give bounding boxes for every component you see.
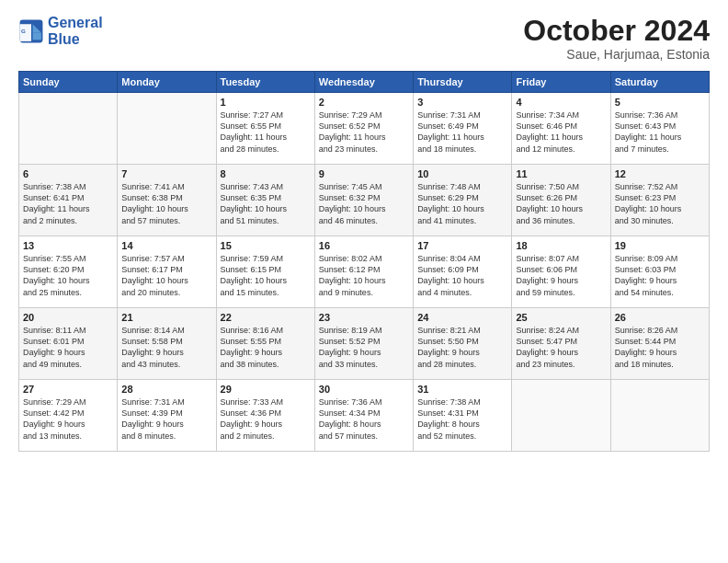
cell-info: Sunrise: 7:33 AM Sunset: 4:36 PM Dayligh… [221, 397, 284, 440]
calendar-cell: 6Sunrise: 7:38 AM Sunset: 6:41 PM Daylig… [19, 165, 118, 236]
calendar-body: 1Sunrise: 7:27 AM Sunset: 6:55 PM Daylig… [19, 93, 710, 452]
day-number: 8 [221, 168, 311, 179]
calendar-cell: 15Sunrise: 7:59 AM Sunset: 6:15 PM Dayli… [216, 236, 314, 308]
logo-text: General Blue [48, 15, 103, 49]
cell-info: Sunrise: 7:36 AM Sunset: 6:43 PM Dayligh… [615, 110, 682, 153]
day-number: 21 [121, 312, 211, 323]
day-number: 3 [417, 97, 507, 108]
day-number: 22 [221, 312, 311, 323]
cell-info: Sunrise: 7:31 AM Sunset: 4:39 PM Dayligh… [121, 397, 185, 440]
calendar-cell: 28Sunrise: 7:31 AM Sunset: 4:39 PM Dayli… [118, 380, 216, 452]
calendar-cell: 21Sunrise: 8:14 AM Sunset: 5:58 PM Dayli… [118, 308, 216, 380]
calendar-header: SundayMondayTuesdayWednesdayThursdayFrid… [19, 72, 710, 93]
cell-info: Sunrise: 7:45 AM Sunset: 6:32 PM Dayligh… [319, 182, 386, 224]
cell-info: Sunrise: 8:02 AM Sunset: 6:12 PM Dayligh… [319, 254, 386, 296]
title-area: October 2024 Saue, Harjumaa, Estonia [523, 15, 710, 62]
day-number: 5 [615, 97, 705, 108]
calendar-cell: 24Sunrise: 8:21 AM Sunset: 5:50 PM Dayli… [414, 308, 512, 380]
weekday-header: Sunday [19, 72, 118, 93]
calendar-cell: 26Sunrise: 8:26 AM Sunset: 5:44 PM Dayli… [610, 308, 709, 380]
day-number: 11 [516, 168, 606, 179]
day-number: 1 [221, 97, 311, 108]
svg-marker-2 [33, 33, 41, 40]
weekday-header: Wednesday [314, 72, 413, 93]
day-number: 15 [221, 240, 311, 251]
weekday-header: Tuesday [216, 72, 314, 93]
header-row: SundayMondayTuesdayWednesdayThursdayFrid… [19, 72, 710, 93]
cell-info: Sunrise: 8:11 AM Sunset: 6:01 PM Dayligh… [23, 326, 86, 368]
cell-info: Sunrise: 7:50 AM Sunset: 6:26 PM Dayligh… [516, 182, 583, 224]
cell-info: Sunrise: 7:29 AM Sunset: 6:52 PM Dayligh… [319, 110, 386, 153]
cell-info: Sunrise: 7:27 AM Sunset: 6:55 PM Dayligh… [221, 110, 288, 153]
calendar-table: SundayMondayTuesdayWednesdayThursdayFrid… [18, 71, 710, 452]
svg-text:G: G [21, 29, 26, 35]
page: G General Blue October 2024 Saue, Harjum… [0, 0, 728, 563]
calendar-cell: 7Sunrise: 7:41 AM Sunset: 6:38 PM Daylig… [118, 165, 216, 236]
day-number: 18 [516, 240, 606, 251]
cell-info: Sunrise: 7:55 AM Sunset: 6:20 PM Dayligh… [23, 254, 90, 296]
month-title: October 2024 [523, 15, 710, 47]
calendar-cell: 19Sunrise: 8:09 AM Sunset: 6:03 PM Dayli… [610, 236, 709, 308]
calendar-cell: 29Sunrise: 7:33 AM Sunset: 4:36 PM Dayli… [216, 380, 314, 452]
logo-icon: G [18, 18, 44, 44]
day-number: 9 [319, 168, 409, 179]
calendar-cell [118, 93, 216, 165]
day-number: 4 [516, 97, 606, 108]
calendar-cell: 27Sunrise: 7:29 AM Sunset: 4:42 PM Dayli… [19, 380, 118, 452]
weekday-header: Friday [512, 72, 610, 93]
day-number: 19 [615, 240, 705, 251]
calendar-cell: 4Sunrise: 7:34 AM Sunset: 6:46 PM Daylig… [512, 93, 610, 165]
day-number: 13 [23, 240, 113, 251]
cell-info: Sunrise: 8:21 AM Sunset: 5:50 PM Dayligh… [417, 326, 481, 368]
calendar-cell: 3Sunrise: 7:31 AM Sunset: 6:49 PM Daylig… [414, 93, 512, 165]
calendar-cell: 8Sunrise: 7:43 AM Sunset: 6:35 PM Daylig… [216, 165, 314, 236]
calendar-cell: 25Sunrise: 8:24 AM Sunset: 5:47 PM Dayli… [512, 308, 610, 380]
day-number: 2 [319, 97, 409, 108]
calendar-week-row: 13Sunrise: 7:55 AM Sunset: 6:20 PM Dayli… [19, 236, 710, 308]
cell-info: Sunrise: 7:48 AM Sunset: 6:29 PM Dayligh… [417, 182, 484, 224]
calendar-week-row: 20Sunrise: 8:11 AM Sunset: 6:01 PM Dayli… [19, 308, 710, 380]
day-number: 28 [121, 384, 211, 395]
calendar-cell: 23Sunrise: 8:19 AM Sunset: 5:52 PM Dayli… [314, 308, 413, 380]
cell-info: Sunrise: 8:14 AM Sunset: 5:58 PM Dayligh… [121, 326, 185, 368]
weekday-header: Thursday [414, 72, 512, 93]
day-number: 12 [615, 168, 705, 179]
cell-info: Sunrise: 7:43 AM Sunset: 6:35 PM Dayligh… [221, 182, 288, 224]
cell-info: Sunrise: 8:19 AM Sunset: 5:52 PM Dayligh… [319, 326, 382, 368]
weekday-header: Saturday [610, 72, 709, 93]
day-number: 26 [615, 312, 705, 323]
cell-info: Sunrise: 8:26 AM Sunset: 5:44 PM Dayligh… [615, 326, 678, 368]
cell-info: Sunrise: 7:57 AM Sunset: 6:17 PM Dayligh… [121, 254, 188, 296]
header: G General Blue October 2024 Saue, Harjum… [18, 15, 710, 62]
calendar-cell: 2Sunrise: 7:29 AM Sunset: 6:52 PM Daylig… [314, 93, 413, 165]
weekday-header: Monday [118, 72, 216, 93]
calendar-week-row: 1Sunrise: 7:27 AM Sunset: 6:55 PM Daylig… [19, 93, 710, 165]
calendar-cell: 20Sunrise: 8:11 AM Sunset: 6:01 PM Dayli… [19, 308, 118, 380]
cell-info: Sunrise: 7:41 AM Sunset: 6:38 PM Dayligh… [121, 182, 188, 224]
day-number: 30 [319, 384, 409, 395]
cell-info: Sunrise: 8:07 AM Sunset: 6:06 PM Dayligh… [516, 254, 579, 296]
calendar-cell: 17Sunrise: 8:04 AM Sunset: 6:09 PM Dayli… [414, 236, 512, 308]
day-number: 6 [23, 168, 113, 179]
day-number: 31 [417, 384, 507, 395]
calendar-week-row: 27Sunrise: 7:29 AM Sunset: 4:42 PM Dayli… [19, 380, 710, 452]
day-number: 29 [221, 384, 311, 395]
calendar-cell: 13Sunrise: 7:55 AM Sunset: 6:20 PM Dayli… [19, 236, 118, 308]
cell-info: Sunrise: 8:09 AM Sunset: 6:03 PM Dayligh… [615, 254, 678, 296]
calendar-cell [19, 93, 118, 165]
day-number: 20 [23, 312, 113, 323]
calendar-cell: 9Sunrise: 7:45 AM Sunset: 6:32 PM Daylig… [314, 165, 413, 236]
day-number: 14 [121, 240, 211, 251]
day-number: 25 [516, 312, 606, 323]
cell-info: Sunrise: 7:31 AM Sunset: 6:49 PM Dayligh… [417, 110, 484, 153]
calendar-cell: 1Sunrise: 7:27 AM Sunset: 6:55 PM Daylig… [216, 93, 314, 165]
cell-info: Sunrise: 8:24 AM Sunset: 5:47 PM Dayligh… [516, 326, 579, 368]
day-number: 10 [417, 168, 507, 179]
day-number: 24 [417, 312, 507, 323]
calendar-cell: 16Sunrise: 8:02 AM Sunset: 6:12 PM Dayli… [314, 236, 413, 308]
cell-info: Sunrise: 7:38 AM Sunset: 4:31 PM Dayligh… [417, 397, 481, 440]
day-number: 7 [121, 168, 211, 179]
logo: G General Blue [18, 15, 103, 49]
calendar-cell: 10Sunrise: 7:48 AM Sunset: 6:29 PM Dayli… [414, 165, 512, 236]
calendar-cell: 11Sunrise: 7:50 AM Sunset: 6:26 PM Dayli… [512, 165, 610, 236]
